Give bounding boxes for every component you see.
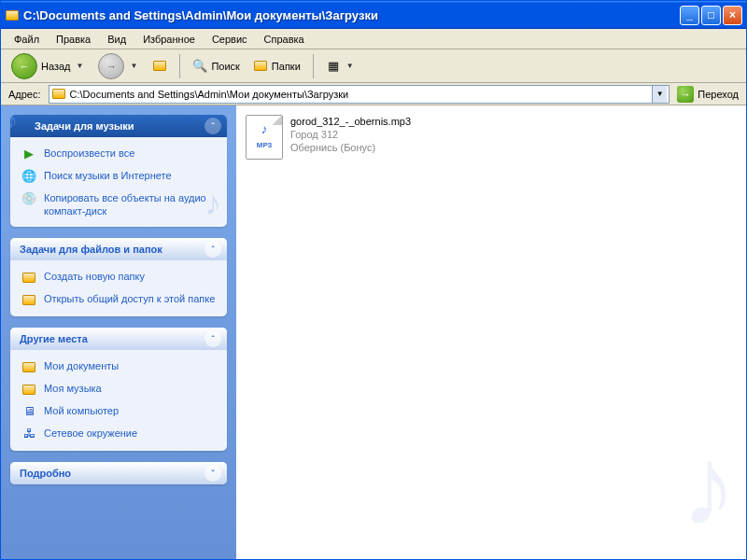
task-new-folder[interactable]: Создать новую папку bbox=[21, 270, 218, 285]
play-icon: ▶ bbox=[21, 147, 36, 161]
views-button[interactable]: ▦ ▼ bbox=[321, 52, 360, 80]
panel-header-files[interactable]: Задачи для файлов и папок ˆ bbox=[10, 238, 227, 260]
task-label: Воспроизвести все bbox=[44, 147, 134, 160]
panel-other-places: Другие места ˆ Мои документы Моя музыка … bbox=[10, 328, 227, 451]
file-title: Обернись (Бонус) bbox=[290, 141, 411, 154]
globe-icon: 🌐 bbox=[21, 169, 36, 184]
back-dropdown-icon[interactable]: ▼ bbox=[75, 62, 86, 70]
task-search-online[interactable]: 🌐 Поиск музыки в Интернете bbox=[21, 169, 218, 184]
menu-favorites[interactable]: Избранное bbox=[135, 32, 203, 47]
new-folder-icon bbox=[21, 270, 36, 285]
menu-tools[interactable]: Сервис bbox=[204, 32, 255, 47]
up-folder-icon bbox=[152, 59, 167, 74]
search-button[interactable]: 🔍 Поиск bbox=[188, 52, 244, 80]
music-note-icon: ♪ bbox=[10, 115, 18, 135]
panel-title: Задачи для музыки bbox=[35, 120, 134, 132]
back-label: Назад bbox=[41, 61, 71, 72]
window-title: C:\Documents and Settings\Admin\Мои доку… bbox=[23, 8, 680, 22]
panel-header-details[interactable]: Подробно ˇ bbox=[10, 462, 227, 484]
minimize-button[interactable]: _ bbox=[680, 6, 699, 25]
menu-bar: Файл Правка Вид Избранное Сервис Справка bbox=[1, 29, 746, 49]
network-icon: 🖧 bbox=[21, 427, 36, 441]
panel-header-music[interactable]: ♪ Задачи для музыки ˆ bbox=[10, 115, 227, 137]
search-icon: 🔍 bbox=[192, 59, 207, 74]
panel-title: Другие места bbox=[20, 333, 88, 344]
panel-body: ▶ Воспроизвести все 🌐 Поиск музыки в Инт… bbox=[10, 137, 227, 227]
menu-help[interactable]: Справка bbox=[257, 32, 312, 47]
chevron-up-icon: ˆ bbox=[204, 118, 221, 134]
views-icon: ▦ bbox=[326, 59, 341, 74]
panel-body: Создать новую папку Открыть общий доступ… bbox=[10, 260, 227, 316]
window-controls: _ □ × bbox=[680, 6, 742, 25]
panel-title: Подробно bbox=[20, 468, 71, 479]
close-button[interactable]: × bbox=[723, 6, 742, 25]
place-my-music[interactable]: Моя музыка bbox=[21, 382, 218, 397]
forward-dropdown-icon[interactable]: ▼ bbox=[128, 62, 139, 70]
task-play-all[interactable]: ▶ Воспроизвести все bbox=[21, 147, 218, 161]
background-note-icon: ♪ bbox=[681, 421, 737, 550]
task-copy-cd[interactable]: 💿 Копировать все объекты на аудио компак… bbox=[21, 191, 218, 217]
back-button[interactable]: ← Назад ▼ bbox=[7, 52, 90, 80]
task-label: Поиск музыки в Интернете bbox=[44, 169, 172, 182]
go-arrow-icon: → bbox=[677, 86, 694, 103]
body: ♪ Задачи для музыки ˆ ▶ Воспроизвести вс… bbox=[1, 105, 746, 559]
panel-body: Мои документы Моя музыка 🖥 Мой компьютер… bbox=[10, 350, 227, 451]
folders-button[interactable]: Папки bbox=[248, 52, 305, 80]
menu-edit[interactable]: Правка bbox=[49, 32, 98, 47]
place-my-documents[interactable]: Мои документы bbox=[21, 359, 218, 374]
file-name: gorod_312_-_obernis.mp3 bbox=[290, 115, 411, 128]
titlebar[interactable]: C:\Documents and Settings\Admin\Мои доку… bbox=[1, 1, 746, 29]
chevron-up-icon: ˆ bbox=[204, 241, 221, 258]
menu-view[interactable]: Вид bbox=[100, 32, 134, 47]
panel-details: Подробно ˇ bbox=[10, 462, 227, 484]
go-label: Переход bbox=[698, 89, 739, 100]
computer-icon: 🖥 bbox=[21, 404, 36, 419]
address-box: ▼ bbox=[49, 85, 670, 104]
file-item[interactable]: ♪ MP3 gorod_312_-_obernis.mp3 Город 312 … bbox=[246, 115, 737, 160]
views-dropdown-icon[interactable]: ▼ bbox=[345, 62, 356, 70]
mp3-file-icon: ♪ MP3 bbox=[246, 115, 283, 160]
forward-button[interactable]: → ▼ bbox=[93, 52, 144, 80]
folder-icon bbox=[5, 7, 20, 22]
chevron-up-icon: ˆ bbox=[204, 330, 221, 347]
panel-header-places[interactable]: Другие места ˆ bbox=[10, 328, 227, 350]
task-label: Копировать все объекты на аудио компакт-… bbox=[44, 191, 218, 217]
folders-label: Папки bbox=[272, 61, 301, 72]
folders-icon bbox=[253, 59, 268, 74]
maximize-button[interactable]: □ bbox=[701, 6, 721, 25]
go-button[interactable]: → Переход bbox=[673, 86, 742, 103]
task-label: Сетевое окружение bbox=[44, 427, 137, 440]
place-my-computer[interactable]: 🖥 Мой компьютер bbox=[21, 404, 218, 419]
back-arrow-icon: ← bbox=[11, 53, 37, 79]
address-folder-icon bbox=[51, 87, 66, 102]
content-area[interactable]: ♪ MP3 gorod_312_-_obernis.mp3 Город 312 … bbox=[236, 105, 746, 559]
explorer-window: C:\Documents and Settings\Admin\Мои доку… bbox=[0, 0, 747, 560]
separator bbox=[179, 54, 180, 78]
menu-file[interactable]: Файл bbox=[7, 32, 47, 47]
chevron-down-icon: ˇ bbox=[204, 465, 221, 482]
task-share-folder[interactable]: Открыть общий доступ к этой папке bbox=[21, 292, 218, 307]
address-dropdown-icon[interactable]: ▼ bbox=[652, 86, 667, 103]
task-label: Моя музыка bbox=[44, 382, 102, 395]
task-label: Создать новую папку bbox=[44, 270, 145, 283]
task-label: Мои документы bbox=[44, 359, 119, 372]
address-input[interactable] bbox=[70, 89, 649, 100]
place-network[interactable]: 🖧 Сетевое окружение bbox=[21, 427, 218, 441]
separator bbox=[313, 54, 314, 78]
file-type-label: MP3 bbox=[257, 141, 272, 149]
task-label: Мой компьютер bbox=[44, 404, 119, 417]
toolbar: ← Назад ▼ → ▼ 🔍 Поиск Папки ▦ ▼ bbox=[1, 49, 746, 83]
panel-music-tasks: ♪ Задачи для музыки ˆ ▶ Воспроизвести вс… bbox=[10, 115, 227, 227]
panel-file-tasks: Задачи для файлов и папок ˆ Создать нову… bbox=[10, 238, 227, 316]
folder-icon bbox=[21, 359, 36, 374]
sidebar: ♪ Задачи для музыки ˆ ▶ Воспроизвести вс… bbox=[1, 105, 236, 559]
search-label: Поиск bbox=[211, 61, 239, 72]
up-button[interactable] bbox=[148, 52, 172, 80]
share-folder-icon bbox=[21, 292, 36, 307]
file-info: gorod_312_-_obernis.mp3 Город 312 Оберни… bbox=[290, 115, 411, 154]
address-bar: Адрес: ▼ → Переход bbox=[1, 83, 746, 105]
address-label: Адрес: bbox=[5, 89, 45, 100]
panel-title: Задачи для файлов и папок bbox=[20, 244, 162, 255]
music-folder-icon bbox=[21, 382, 36, 397]
forward-arrow-icon: → bbox=[98, 53, 124, 79]
